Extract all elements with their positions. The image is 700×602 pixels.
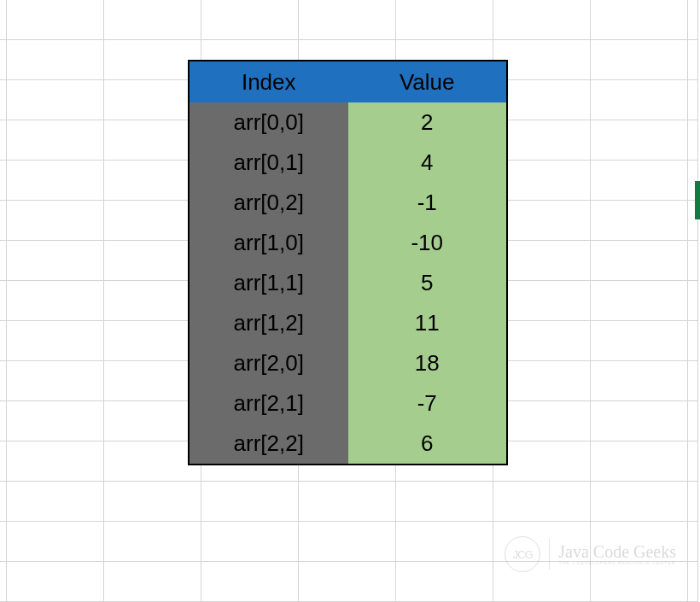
grid-cell[interactable] [688,361,698,401]
grid-cell[interactable] [591,321,688,361]
grid-cell[interactable] [591,441,688,482]
grid-cell[interactable] [396,562,493,602]
grid-cell[interactable] [7,361,104,401]
grid-cell[interactable] [0,441,7,482]
grid-cell[interactable] [0,281,7,321]
grid-cell[interactable] [0,562,7,602]
grid-cell[interactable] [688,0,698,40]
grid-cell[interactable] [493,361,591,401]
grid-cell[interactable] [493,161,591,201]
grid-cell[interactable] [591,241,688,281]
grid-cell[interactable] [7,522,104,562]
grid-cell[interactable] [104,40,201,80]
grid-cell[interactable] [493,120,591,161]
grid-cell[interactable] [7,401,104,441]
selection-marker [695,181,700,219]
grid-cell[interactable] [0,241,7,281]
grid-cell[interactable] [104,241,201,281]
grid-cell[interactable] [688,562,698,602]
grid-cell[interactable] [396,0,493,40]
grid-cell[interactable] [299,522,396,562]
grid-cell[interactable] [493,441,591,482]
grid-cell[interactable] [104,482,201,522]
grid-cell[interactable] [591,401,688,441]
grid-cell[interactable] [396,522,493,562]
grid-cell[interactable] [493,80,591,120]
grid-cell[interactable] [688,321,698,361]
grid-cell[interactable] [201,0,299,40]
grid-cell[interactable] [7,80,104,120]
grid-cell[interactable] [7,241,104,281]
grid-cell[interactable] [7,0,104,40]
grid-cell[interactable] [0,0,7,40]
grid-cell[interactable] [104,401,201,441]
grid-cell[interactable] [688,241,698,281]
grid-cell[interactable] [0,401,7,441]
grid-cell[interactable] [688,80,698,120]
grid-cell[interactable] [104,361,201,401]
grid-cell[interactable] [493,321,591,361]
grid-cell[interactable] [493,482,591,522]
grid-cell[interactable] [104,281,201,321]
grid-cell[interactable] [0,120,7,161]
grid-cell[interactable] [591,40,688,80]
grid-cell[interactable] [0,522,7,562]
grid-cell[interactable] [201,522,299,562]
value-cell: 5 [348,263,507,303]
grid-cell[interactable] [7,482,104,522]
grid-cell[interactable] [493,241,591,281]
grid-cell[interactable] [493,201,591,241]
grid-cell[interactable] [0,161,7,201]
grid-cell[interactable] [104,120,201,161]
grid-cell[interactable] [591,201,688,241]
grid-cell[interactable] [688,522,698,562]
grid-cell[interactable] [7,161,104,201]
grid-cell[interactable] [0,321,7,361]
grid-cell[interactable] [201,482,299,522]
grid-cell[interactable] [0,80,7,120]
grid-cell[interactable] [493,40,591,80]
grid-cell[interactable] [299,562,396,602]
grid-cell[interactable] [688,120,698,161]
grid-cell[interactable] [493,401,591,441]
grid-cell[interactable] [7,441,104,482]
index-cell: arr[2,0] [190,343,348,383]
grid-cell[interactable] [104,321,201,361]
grid-cell[interactable] [299,482,396,522]
grid-cell[interactable] [0,201,7,241]
grid-cell[interactable] [104,0,201,40]
grid-cell[interactable] [7,281,104,321]
grid-cell[interactable] [0,40,7,80]
grid-cell[interactable] [591,482,688,522]
grid-cell[interactable] [591,120,688,161]
grid-cell[interactable] [7,562,104,602]
grid-cell[interactable] [299,0,396,40]
grid-cell[interactable] [688,40,698,80]
watermark-divider [549,539,550,570]
grid-cell[interactable] [493,281,591,321]
grid-cell[interactable] [591,0,688,40]
grid-cell[interactable] [591,361,688,401]
grid-cell[interactable] [7,321,104,361]
grid-cell[interactable] [688,482,698,522]
grid-cell[interactable] [688,281,698,321]
grid-cell[interactable] [104,201,201,241]
grid-cell[interactable] [591,80,688,120]
grid-cell[interactable] [688,441,698,482]
grid-cell[interactable] [7,201,104,241]
grid-cell[interactable] [104,161,201,201]
grid-cell[interactable] [104,522,201,562]
grid-cell[interactable] [7,40,104,80]
grid-cell[interactable] [688,401,698,441]
grid-cell[interactable] [104,441,201,482]
grid-cell[interactable] [7,120,104,161]
grid-cell[interactable] [104,562,201,602]
grid-cell[interactable] [201,562,299,602]
grid-cell[interactable] [493,0,591,40]
grid-cell[interactable] [0,361,7,401]
grid-cell[interactable] [0,482,7,522]
grid-cell[interactable] [104,80,201,120]
grid-cell[interactable] [591,281,688,321]
grid-cell[interactable] [591,161,688,201]
grid-cell[interactable] [396,482,493,522]
